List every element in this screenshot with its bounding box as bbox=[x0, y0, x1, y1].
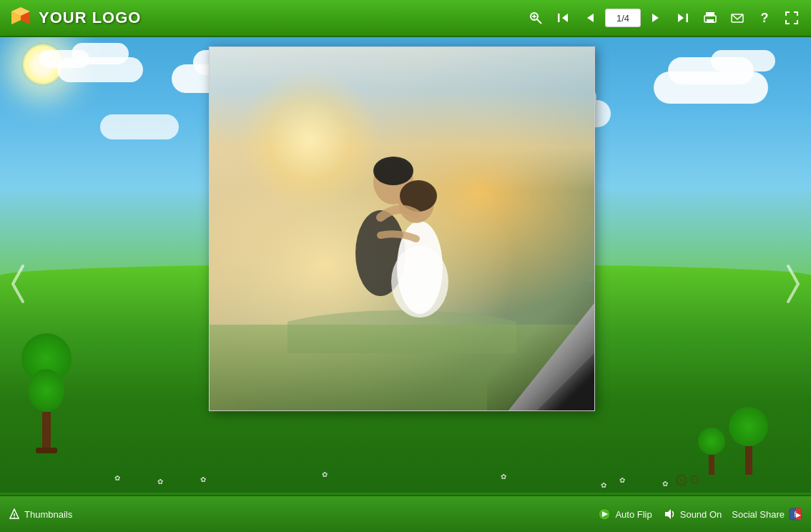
svg-line-6 bbox=[537, 19, 541, 24]
flower-decoration: ✿ bbox=[322, 471, 328, 478]
prev-nav-arrow[interactable] bbox=[0, 255, 36, 312]
wedding-photo bbox=[210, 47, 594, 410]
speaker-icon bbox=[663, 508, 676, 521]
svg-marker-14 bbox=[678, 14, 684, 22]
auto-flip-control[interactable]: Auto Flip bbox=[597, 507, 652, 521]
bottom-right-controls: Auto Flip Sound On Social Share f ▶ bbox=[597, 507, 802, 521]
sound-control[interactable]: Sound On bbox=[662, 507, 722, 521]
logo-text: YOUR LOGO bbox=[39, 9, 141, 27]
thumbnails-icon bbox=[9, 508, 20, 520]
flower-decoration: ✿ bbox=[601, 481, 606, 489]
tree-right-small bbox=[698, 428, 725, 475]
gear-decoration: ⚙ bbox=[689, 472, 700, 488]
help-button[interactable]: ? bbox=[752, 6, 777, 30]
fullscreen-icon bbox=[785, 11, 799, 25]
book-page bbox=[209, 46, 595, 411]
cloud bbox=[711, 50, 775, 72]
auto-flip-label: Auto Flip bbox=[615, 509, 652, 520]
next-page-button[interactable] bbox=[644, 6, 668, 30]
svg-point-27 bbox=[391, 246, 448, 317]
prev-page-icon bbox=[584, 11, 596, 24]
flower-decoration: ✿ bbox=[200, 476, 206, 483]
svg-rect-17 bbox=[707, 19, 714, 23]
last-page-button[interactable] bbox=[671, 6, 695, 30]
right-arrow-icon bbox=[782, 262, 804, 305]
svg-marker-11 bbox=[587, 14, 594, 22]
next-page-icon bbox=[649, 11, 662, 24]
svg-point-30 bbox=[14, 517, 15, 518]
next-nav-arrow[interactable] bbox=[775, 255, 811, 312]
first-page-icon bbox=[556, 11, 569, 24]
svg-marker-12 bbox=[652, 14, 659, 22]
last-page-icon bbox=[677, 11, 689, 24]
zoom-button[interactable] bbox=[524, 6, 548, 30]
svg-point-23 bbox=[373, 157, 413, 185]
play-icon bbox=[597, 507, 611, 521]
print-button[interactable] bbox=[698, 6, 722, 30]
couple-illustration bbox=[287, 110, 516, 353]
tree-left bbox=[21, 333, 72, 453]
toolbar: 1/4 ? bbox=[524, 6, 804, 30]
page-counter: 1/4 bbox=[605, 9, 641, 27]
flower-decoration: ✿ bbox=[662, 480, 668, 488]
svg-marker-33 bbox=[665, 509, 671, 519]
flower-decoration: ✿ bbox=[157, 478, 163, 486]
logo-icon bbox=[7, 4, 34, 31]
logo-area: YOUR LOGO bbox=[7, 4, 141, 31]
email-button[interactable] bbox=[725, 6, 749, 30]
svg-rect-13 bbox=[687, 14, 689, 22]
first-page-button[interactable] bbox=[551, 6, 575, 30]
sound-icon bbox=[662, 507, 677, 521]
svg-marker-10 bbox=[562, 14, 568, 22]
sound-on-label: Sound On bbox=[680, 509, 722, 520]
tree-right-large bbox=[729, 407, 768, 475]
cloud bbox=[39, 50, 89, 68]
social-share-label: Social Share bbox=[732, 509, 785, 520]
svg-rect-9 bbox=[558, 14, 560, 22]
print-icon bbox=[703, 11, 717, 25]
zoom-icon bbox=[529, 11, 543, 25]
svg-text:▶: ▶ bbox=[796, 511, 801, 518]
social-share-icon: f ▶ bbox=[789, 508, 802, 521]
book-container bbox=[209, 46, 602, 418]
cloud bbox=[100, 114, 179, 139]
flower-decoration: ✿ bbox=[114, 474, 120, 482]
flower-decoration: ✿ bbox=[501, 473, 506, 481]
share-icon: f ▶ bbox=[788, 507, 802, 521]
header-toolbar: YOUR LOGO 1/4 bbox=[0, 0, 811, 37]
fullscreen-button[interactable] bbox=[780, 6, 804, 30]
thumbnails-label: Thumbnails bbox=[24, 509, 72, 520]
play-button-icon bbox=[598, 508, 611, 521]
email-icon bbox=[730, 11, 744, 25]
help-icon: ? bbox=[761, 11, 769, 26]
thumbnails-button[interactable]: Thumbnails bbox=[9, 508, 72, 520]
left-arrow-icon bbox=[7, 262, 29, 305]
bottom-bar: Thumbnails Auto Flip Sound On bbox=[0, 495, 811, 532]
gear-decoration: ⚙ bbox=[674, 471, 689, 491]
prev-page-button[interactable] bbox=[578, 6, 602, 30]
social-share-control[interactable]: Social Share f ▶ bbox=[732, 507, 802, 521]
flower-decoration: ✿ bbox=[619, 476, 625, 484]
svg-point-18 bbox=[713, 17, 714, 19]
